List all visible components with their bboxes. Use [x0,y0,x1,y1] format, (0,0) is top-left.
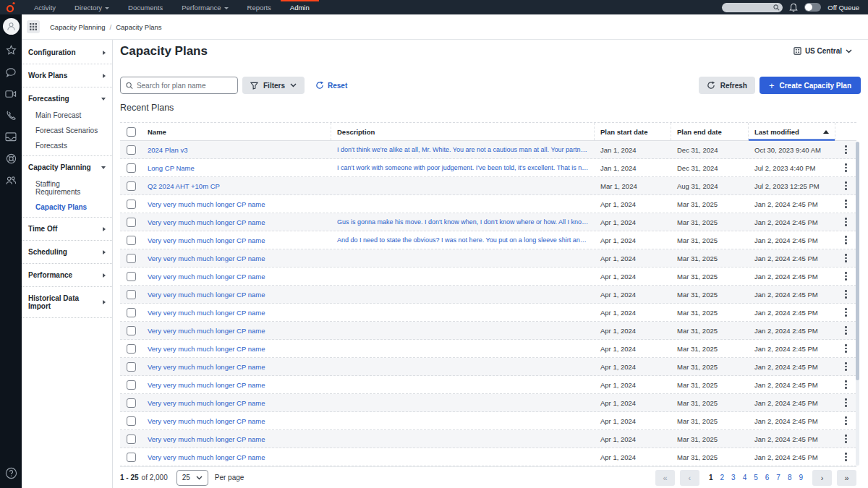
kebab-menu-icon[interactable] [841,396,851,409]
plan-name-link[interactable]: Very very much much longer CP name [142,327,331,335]
plan-name-link[interactable]: 2024 Plan v3 [142,146,331,154]
table-row[interactable]: Very very much much longer CP name Apr 1… [120,394,856,412]
app-grid-icon[interactable] [27,20,40,33]
sidebar-item-historical-data-import[interactable]: Historical Data Import [22,289,112,315]
plan-name-link[interactable]: Very very much much longer CP name [142,254,331,262]
table-row[interactable]: Very very much much longer CP name Apr 1… [120,195,856,213]
nav-activity[interactable]: Activity [25,0,65,14]
sidebar-item-main-forecast[interactable]: Main Forecast [22,108,112,123]
nav-documents[interactable]: Documents [119,0,172,14]
video-call-icon[interactable] [5,87,17,100]
kebab-menu-icon[interactable] [841,414,851,427]
select-all-checkbox[interactable] [127,127,136,137]
table-row[interactable]: Very very much much longer CP name Gus i… [120,213,856,231]
page-number-5[interactable]: 5 [754,474,758,481]
row-checkbox[interactable] [127,290,136,299]
scrollbar-thumb[interactable] [856,142,859,380]
previous-page-button[interactable]: ‹ [680,470,699,486]
kebab-menu-icon[interactable] [841,179,851,192]
kebab-menu-icon[interactable] [841,288,851,301]
filters-button[interactable]: Filters [242,77,305,94]
row-checkbox[interactable] [127,398,136,408]
page-number-4[interactable]: 4 [743,474,747,481]
kebab-menu-icon[interactable] [841,270,851,283]
column-header-last-modified[interactable]: Last modified [749,123,835,140]
plan-name-link[interactable]: Q2 2024 AHT +10m CP [142,182,331,190]
row-checkbox[interactable] [127,453,136,462]
support-headset-icon[interactable] [5,153,17,165]
page-number-2[interactable]: 2 [720,474,725,481]
sidebar-item-forecasting[interactable]: Forecasting [22,90,112,108]
plan-name-link[interactable]: Very very much much longer CP name [142,399,331,407]
sidebar-item-capacity-plans[interactable]: Capacity Plans [22,200,112,215]
kebab-menu-icon[interactable] [841,197,851,210]
column-header-name[interactable]: Name [142,123,331,140]
people-group-icon[interactable] [5,174,17,187]
notifications-bell-icon[interactable] [789,3,798,12]
sidebar-item-forecast-scenarios[interactable]: Forecast Scenarios [22,123,112,138]
kebab-menu-icon[interactable] [841,450,851,463]
sidebar-item-configuration[interactable]: Configuration [22,43,112,61]
help-icon[interactable] [5,467,17,479]
table-scrollbar[interactable] [856,142,859,466]
plan-name-link[interactable]: Very very much much longer CP name [142,381,331,389]
kebab-menu-icon[interactable] [841,360,851,373]
queue-status-toggle[interactable] [804,3,821,12]
table-row[interactable]: Q2 2024 AHT +10m CP Mar 1, 2024 Aug 31, … [120,177,856,195]
row-checkbox[interactable] [127,416,136,426]
phone-icon[interactable] [5,109,17,121]
kebab-menu-icon[interactable] [841,324,851,337]
create-capacity-plan-button[interactable]: + Create Capacity Plan [760,77,861,94]
nav-reports[interactable]: Reports [238,0,281,14]
plan-description-link[interactable]: And do I need to state the obvious? I wa… [331,236,595,244]
kebab-menu-icon[interactable] [841,161,851,174]
column-header-description[interactable]: Description [331,123,595,140]
table-row[interactable]: 2024 Plan v3 I don't think we're alike a… [120,141,856,159]
page-number-6[interactable]: 6 [765,474,770,481]
page-number-1[interactable]: 1 [709,474,713,481]
per-page-select[interactable]: 25 [176,470,208,486]
kebab-menu-icon[interactable] [841,378,851,391]
table-row[interactable]: Very very much much longer CP name Apr 1… [120,430,856,448]
last-page-button[interactable]: » [837,470,856,486]
row-checkbox[interactable] [127,163,136,173]
sidebar-item-scheduling[interactable]: Scheduling [22,243,112,261]
table-row[interactable]: Very very much much longer CP name Apr 1… [120,304,856,322]
plan-name-link[interactable]: Very very much much longer CP name [142,435,331,443]
row-checkbox[interactable] [127,326,136,335]
row-checkbox[interactable] [127,145,136,155]
reset-button[interactable]: Reset [315,81,347,90]
plan-name-link[interactable]: Very very much much longer CP name [142,345,331,353]
kebab-menu-icon[interactable] [841,234,851,247]
breadcrumb-capacity-planning[interactable]: Capacity Planning [50,23,106,31]
row-checkbox[interactable] [127,181,136,191]
business-unit-selector[interactable]: US Central [793,47,852,55]
kebab-menu-icon[interactable] [841,215,851,228]
sidebar-item-staffing-requirements[interactable]: Staffing Requirements [22,176,112,200]
kebab-menu-icon[interactable] [841,252,851,265]
inbox-icon[interactable] [5,131,17,143]
plan-description-link[interactable]: I don't think we're alike at all, Mr. Wh… [331,146,595,153]
plan-name-link[interactable]: Long CP Name [142,164,331,172]
plan-name-link[interactable]: Very very much much longer CP name [142,236,331,244]
plan-name-link[interactable]: Very very much much longer CP name [142,218,331,226]
breadcrumb-capacity-plans[interactable]: Capacity Plans [116,23,161,31]
row-checkbox[interactable] [127,236,136,245]
nav-directory[interactable]: Directory [65,0,119,14]
plan-name-link[interactable]: Very very much much longer CP name [142,363,331,371]
plan-name-link[interactable]: Very very much much longer CP name [142,291,331,299]
row-checkbox[interactable] [127,308,136,317]
genesys-logo-icon[interactable] [0,0,22,14]
column-header-plan-end-date[interactable]: Plan end date [671,123,749,140]
row-checkbox[interactable] [127,435,136,444]
row-checkbox[interactable] [127,200,136,209]
sidebar-item-forecasts[interactable]: Forecasts [22,138,112,153]
table-row[interactable]: Very very much much longer CP name Apr 1… [120,249,856,267]
sidebar-item-time-off[interactable]: Time Off [22,220,112,238]
table-row[interactable]: Very very much much longer CP name Apr 1… [120,412,856,430]
nav-performance[interactable]: Performance [172,0,237,14]
table-row[interactable]: Very very much much longer CP name Apr 1… [120,322,856,340]
kebab-menu-icon[interactable] [841,342,851,355]
page-number-9[interactable]: 9 [799,474,803,481]
page-number-8[interactable]: 8 [788,474,792,481]
